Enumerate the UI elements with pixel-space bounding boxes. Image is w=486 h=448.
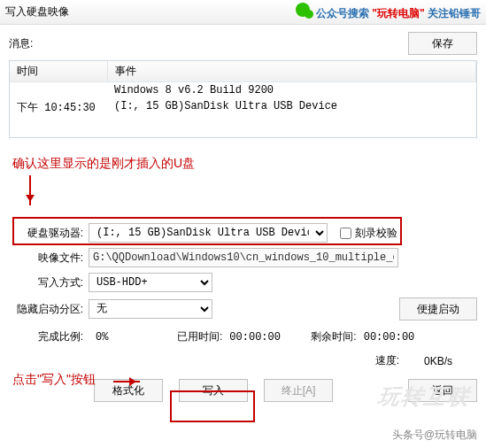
progress-done-value: 0% — [96, 331, 149, 344]
col-time: 时间 — [10, 61, 107, 82]
remain-label: 剩余时间: — [311, 329, 356, 344]
promo-text: 公众号搜索 "玩转电脑" 关注铅锤哥 — [296, 3, 481, 21]
drive-select[interactable]: (I:, 15 GB)SanDisk Ultra USB Device — [89, 223, 328, 243]
portable-boot-button[interactable]: 便捷启动 — [399, 297, 477, 321]
hidden-partition-label: 隐藏启动分区: — [9, 302, 89, 317]
back-button[interactable]: 返回 — [408, 379, 477, 402]
speed-label: 速度: — [375, 353, 399, 368]
image-file-label: 映像文件: — [9, 251, 89, 266]
col-event: 事件 — [107, 61, 476, 82]
window-title: 写入硬盘映像 — [5, 4, 69, 19]
write-button[interactable]: 写入 — [179, 379, 248, 402]
image-file-input[interactable] — [89, 248, 398, 267]
message-label: 消息: — [9, 36, 62, 51]
speed-value: 0KB/s — [424, 355, 477, 367]
abort-button: 终止[A] — [264, 379, 333, 402]
title-bar: 写入硬盘映像 公众号搜索 "玩转电脑" 关注铅锤哥 — [0, 0, 486, 25]
arrow-right-icon — [113, 381, 140, 382]
log-row: Windows 8 v6.2 Build 9200 — [10, 82, 476, 99]
remain-value: 00:00:00 — [364, 331, 417, 344]
wechat-icon — [296, 3, 310, 17]
verify-checkbox-wrap[interactable]: 刻录校验 — [336, 225, 397, 242]
save-button[interactable]: 保存 — [408, 32, 477, 55]
log-row: 下午 10:45:30 (I:, 15 GB)SanDisk Ultra USB… — [10, 98, 476, 117]
elapsed-label: 已用时间: — [177, 329, 222, 344]
hidden-partition-select[interactable]: 无 — [89, 299, 212, 319]
verify-label: 刻录校验 — [355, 226, 397, 241]
write-mode-label: 写入方式: — [9, 275, 89, 290]
footer-credit: 头条号@玩转电脑 — [392, 428, 477, 443]
arrow-down-icon — [29, 175, 31, 205]
write-mode-select[interactable]: USB-HDD+ — [89, 273, 212, 292]
verify-checkbox[interactable] — [340, 228, 351, 239]
log-table: 时间 事件 Windows 8 v6.2 Build 9200 下午 10:45… — [9, 60, 477, 138]
drive-label: 硬盘驱动器: — [9, 226, 89, 241]
progress-done-label: 完成比例: — [9, 329, 89, 344]
annotation-confirm-usb: 确认这里显示的是刚才插入的U盘 — [12, 156, 195, 172]
annotation-click-write: 点击"写入"按钮 — [12, 372, 96, 388]
elapsed-value: 00:00:00 — [229, 331, 282, 344]
